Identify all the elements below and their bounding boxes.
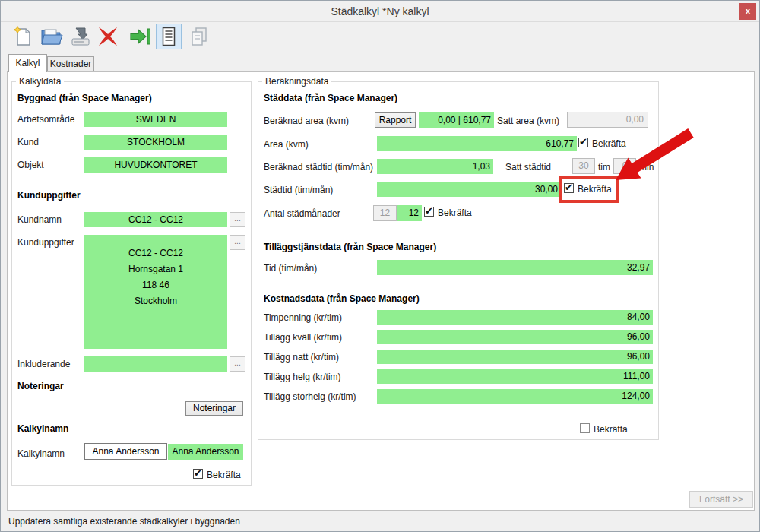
highlight-rectangle	[559, 176, 619, 203]
area-bekrafta-checkbox[interactable]	[578, 138, 588, 147]
kostnad-bekrafta-checkbox[interactable]	[580, 423, 590, 433]
kalkylnamn-confirmed-field[interactable]: Anna Andersson	[168, 444, 243, 460]
tillagg-kvall-field[interactable]: 96,00	[377, 330, 653, 344]
open-button[interactable]	[39, 24, 65, 49]
tab-kalkyl[interactable]: Kalkyl	[8, 54, 47, 72]
tillagg-natt-label: Tillägg natt (kr/tim)	[264, 352, 339, 363]
window-title: Städkalkyl *Ny kalkyl	[1, 1, 759, 22]
area-bekrafta-label: Bekräfta	[592, 138, 626, 149]
new-calc-button[interactable]	[10, 24, 36, 49]
status-bar: Uppdatera samtliga existerande städkalky…	[1, 511, 759, 531]
close-button[interactable]: x	[739, 3, 756, 20]
satt-area-field: 0,00	[567, 112, 648, 128]
save-icon	[70, 26, 91, 47]
close-icon: x	[746, 6, 750, 15]
beraknad-stadtid-field[interactable]: 1,03	[377, 159, 493, 174]
tillagg-helg-field[interactable]: 111,00	[377, 369, 653, 384]
import-button[interactable]	[127, 24, 153, 49]
kalkylnamn-label: Kalkylnamn	[17, 448, 65, 459]
satt-stadtid-min-field: 0	[613, 158, 636, 174]
stadkalkyl-dialog: Städkalkyl *Ny kalkyl x	[0, 0, 760, 532]
stadtid-label: Städtid (tim/mån)	[264, 185, 333, 195]
tab-strip: Kalkyl Kostnader	[1, 50, 759, 72]
copy-icon	[189, 26, 209, 47]
noteringar-button[interactable]: Noteringar	[185, 401, 243, 416]
kund-field[interactable]: STOCKHOLM	[84, 135, 227, 150]
kundnamn-field[interactable]: CC12 - CC12	[84, 212, 227, 227]
tid-field[interactable]: 32,97	[377, 260, 653, 275]
kunduppgifter-line: CC12 - CC12	[84, 245, 227, 261]
staddata-header: Städdata (från Space Manager)	[264, 93, 397, 103]
kalkylnamn-input[interactable]	[84, 443, 167, 460]
satt-stadtid-label: Satt städtid	[505, 162, 551, 173]
kostnad-header: Kostnadsdata (från Space Manager)	[264, 293, 420, 304]
kunduppgifter-line: 118 46	[84, 277, 227, 293]
noteringar-header: Noteringar	[17, 381, 64, 391]
beraknad-area-label: Beräknad area (kvm)	[264, 116, 349, 126]
tillagg-header: Tilläggstjänstdata (från Space Manager)	[264, 242, 436, 252]
tillagg-storhelg-field[interactable]: 124,00	[377, 389, 653, 404]
tab-kostnader[interactable]: Kostnader	[47, 56, 94, 71]
document-preview-icon	[160, 26, 177, 47]
tillagg-storhelg-label: Tillägg storhelg (kr/tim)	[264, 391, 356, 402]
beraknad-area-field[interactable]: 0,00 | 610,77	[419, 112, 494, 128]
new-document-icon	[13, 26, 33, 47]
berakningsdata-group-title: Beräkningsdata	[262, 76, 331, 87]
timpenning-label: Timpenning (kr/tim)	[264, 312, 342, 323]
kunduppgifter-header: Kunduppgifter	[17, 190, 81, 201]
satt-area-label: Satt area (kvm)	[497, 116, 559, 126]
delete-x-icon	[96, 25, 120, 48]
inkluderande-browse-button[interactable]: ...	[230, 356, 245, 372]
beraknad-stadtid-label: Beräknad städtid (tim/mån)	[264, 162, 373, 173]
stadmanader-bekrafta-checkbox[interactable]	[424, 207, 434, 217]
tillagg-helg-label: Tillägg helg (kr/tim)	[264, 372, 341, 382]
kundnamn-label: Kundnamn	[17, 214, 62, 225]
kunduppgifter-line: Hornsgatan 1	[84, 261, 227, 277]
stadmanader-field[interactable]: 12	[397, 205, 422, 221]
area-field[interactable]: 610,77	[377, 136, 577, 151]
area-label: Area (kvm)	[264, 139, 309, 150]
timpenning-field[interactable]: 84,00	[377, 310, 653, 325]
kund-label: Kund	[17, 137, 39, 147]
kostnad-bekrafta-label: Bekräfta	[594, 424, 628, 435]
rapport-button[interactable]: Rapport	[375, 112, 416, 128]
kundnamn-browse-button[interactable]: ...	[230, 212, 245, 227]
stadmanader-set-field: 12	[373, 205, 397, 221]
stadtid-field[interactable]: 30,00	[377, 182, 561, 197]
preview-button[interactable]	[156, 24, 182, 49]
tillagg-natt-field[interactable]: 96,00	[377, 350, 653, 364]
save-button[interactable]	[68, 24, 93, 49]
kalkylnamn-header: Kalkylnamn	[17, 423, 68, 434]
tid-label: Tid (tim/mån)	[264, 263, 317, 274]
satt-stadtid-tim-field: 30	[572, 158, 595, 174]
arbetsomrade-field[interactable]: SWEDEN	[84, 112, 227, 127]
fortsatt-button[interactable]: Fortsätt >>	[689, 491, 753, 508]
kunduppgifter-browse-button[interactable]: ...	[230, 235, 245, 250]
kunduppgifter-line: Stockholm	[84, 293, 227, 309]
arbetsomrade-label: Arbetsområde	[17, 114, 74, 125]
green-arrow-icon	[128, 27, 151, 46]
kunduppgifter-field[interactable]: CC12 - CC12 Hornsgatan 1 118 46 Stockhol…	[84, 235, 227, 349]
stadmanader-bekrafta-label: Bekräfta	[438, 207, 472, 218]
inkluderande-field[interactable]	[84, 356, 227, 372]
open-folder-icon	[40, 27, 63, 46]
toolbar	[1, 23, 759, 50]
byggnad-header: Byggnad (från Space Manager)	[17, 93, 152, 103]
kunduppgifter-label: Kunduppgifter	[17, 237, 74, 248]
objekt-label: Objekt	[17, 160, 44, 170]
stadmanader-label: Antal städmånader	[264, 208, 340, 219]
delete-button[interactable]	[95, 24, 121, 49]
kalkylnamn-bekrafta-label: Bekräfta	[207, 470, 241, 480]
kalkylnamn-bekrafta-checkbox[interactable]	[193, 469, 203, 479]
inkluderande-label: Inkluderande	[17, 359, 70, 369]
copy-button[interactable]	[186, 24, 212, 49]
kalkyldata-group-title: Kalkyldata	[16, 76, 64, 87]
tillagg-kvall-label: Tillägg kväll (kr/tim)	[264, 332, 342, 343]
tim-label: tim	[598, 162, 610, 173]
title-bar: Städkalkyl *Ny kalkyl x	[1, 1, 759, 22]
objekt-field[interactable]: HUVUDKONTORET	[84, 157, 227, 173]
status-text: Uppdatera samtliga existerande städkalky…	[8, 511, 240, 531]
min-label: min	[639, 162, 654, 173]
